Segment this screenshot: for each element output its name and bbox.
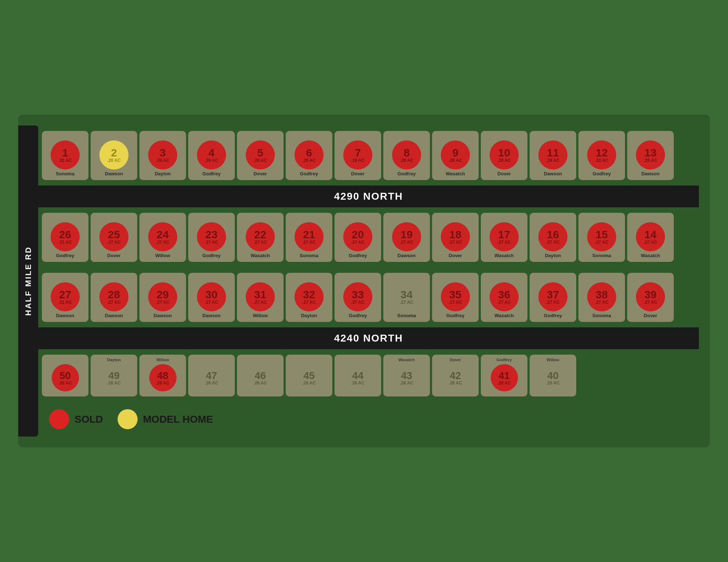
lot-47[interactable]: 47.26 AC <box>188 355 235 396</box>
lot-number-6: 6 <box>306 147 312 158</box>
lot-circle-2: 2.28 AC <box>99 140 128 170</box>
lot-40[interactable]: Willow40.26 AC <box>530 355 576 396</box>
lot-number-21: 21 <box>303 229 315 240</box>
lot-ac-24: .27 AC <box>156 240 170 244</box>
lot-34[interactable]: 34.27 ACSonoma <box>383 273 430 322</box>
lot-circle-25: 25.27 AC <box>99 222 128 251</box>
lot-45[interactable]: 45.26 AC <box>286 355 332 396</box>
lot-7[interactable]: 7.28 ACDover <box>335 131 381 180</box>
lot-12[interactable]: 12.28 ACGodfrey <box>578 131 625 180</box>
lot-42[interactable]: Dover42.26 AC <box>432 355 479 396</box>
lot-label-33: Godfrey <box>349 313 367 318</box>
lot-number-45: 45 <box>303 371 314 381</box>
lot-ac-31: .27 AC <box>254 300 267 304</box>
row-4: 50.26 ACDayton49.26 ACWillow48.26 AC47.2… <box>38 349 699 402</box>
lot-circle-36: 36.27 AC <box>490 282 519 311</box>
lot-3[interactable]: 3.28 ACDayton <box>139 131 186 180</box>
lot-label-23: Godfrey <box>202 253 221 258</box>
lot-33[interactable]: 33.27 ACGodfrey <box>335 273 381 322</box>
lot-number-4: 4 <box>209 147 215 158</box>
lot-28[interactable]: 28.27 ACDawson <box>91 273 137 322</box>
lot-1[interactable]: 1.31 ACSonoma <box>42 131 88 180</box>
lot-11[interactable]: 11.28 ACDawson <box>530 131 576 180</box>
lot-label-17: Wasatch <box>495 253 514 258</box>
sold-label: SOLD <box>75 414 103 425</box>
lot-48[interactable]: Willow48.26 AC <box>139 355 186 396</box>
lot-46[interactable]: 46.26 AC <box>237 355 284 396</box>
lot-ac-34: .27 AC <box>400 300 414 304</box>
lot-label-39: Dover <box>644 313 657 318</box>
lot-13[interactable]: 13.28 ACDawson <box>627 131 674 180</box>
lot-18[interactable]: 18.27 ACDover <box>432 213 479 262</box>
lot-number-23: 23 <box>205 229 217 240</box>
lot-35[interactable]: 35.27 ACGodfrey <box>432 273 479 322</box>
lot-5[interactable]: 5.28 ACDover <box>237 131 284 180</box>
lot-50[interactable]: 50.26 AC <box>42 355 88 396</box>
lot-number-19: 19 <box>400 229 412 240</box>
lot-label-29: Dawson <box>154 313 172 318</box>
lot-22[interactable]: 22.27 ACWasatch <box>237 213 284 262</box>
lot-10[interactable]: 10.28 ACDover <box>481 131 527 180</box>
lot-number-36: 36 <box>498 289 510 300</box>
lot-ac-11: .28 AC <box>546 158 560 163</box>
lot-14[interactable]: 14.27 ACWasatch <box>627 213 674 262</box>
lot-top-label-48: Willow <box>157 358 169 363</box>
lot-19[interactable]: 19.27 ACDawson <box>383 213 430 262</box>
model-label: MODEL HOME <box>143 414 213 425</box>
lot-49[interactable]: Dayton49.26 AC <box>91 355 137 396</box>
lot-number-14: 14 <box>644 229 656 240</box>
lot-17[interactable]: 17.27 ACWasatch <box>481 213 527 262</box>
lot-30[interactable]: 30.27 ACDawson <box>188 273 235 322</box>
lot-number-11: 11 <box>547 147 559 158</box>
lot-43[interactable]: Wasatch43.26 AC <box>383 355 430 396</box>
lot-label-22: Wasatch <box>251 253 270 258</box>
lot-ac-8: .28 AC <box>400 158 414 163</box>
lot-31[interactable]: 31.27 ACWillow <box>237 273 284 322</box>
half-mile-rd-label: HALF MILE RD <box>18 125 38 437</box>
lot-number-8: 8 <box>404 147 410 158</box>
lot-2[interactable]: 2.28 ACDawson <box>91 131 137 180</box>
lot-15[interactable]: 15.27 ACSonoma <box>578 213 625 262</box>
lot-ac-25: .27 AC <box>107 240 121 244</box>
lot-26[interactable]: 26.31 ACGodfrey <box>42 213 88 262</box>
lot-23[interactable]: 23.27 ACGodfrey <box>188 213 235 262</box>
lot-ac-39: .27 AC <box>644 300 657 304</box>
lot-8[interactable]: 8.28 ACGodfrey <box>383 131 430 180</box>
lot-44[interactable]: 44.26 AC <box>335 355 381 396</box>
lot-ac-21: .27 AC <box>302 240 316 244</box>
lot-9[interactable]: 9.28 ACWasatch <box>432 131 479 180</box>
lot-29[interactable]: 29.27 ACDawson <box>139 273 186 322</box>
lot-16[interactable]: 16.27 ACDayton <box>530 213 576 262</box>
lot-21[interactable]: 21.27 ACSonoma <box>286 213 332 262</box>
lot-41[interactable]: Godfrey41.26 AC <box>481 355 527 396</box>
legend-sold: SOLD <box>49 409 103 429</box>
lot-ac-50: .26 AC <box>59 381 72 385</box>
legend: SOLD MODEL HOME <box>38 402 699 437</box>
lot-label-35: Godfrey <box>446 313 464 318</box>
lot-number-12: 12 <box>596 147 608 158</box>
lot-20[interactable]: 20.27 ACGodfrey <box>335 213 381 262</box>
street-4290-north: 4290 NORTH <box>38 186 699 207</box>
lot-top-label-41: Godfrey <box>496 358 512 363</box>
lot-circle-8: 8.28 AC <box>392 140 421 170</box>
lot-36[interactable]: 36.27 ACWasatch <box>481 273 527 322</box>
lot-circle-4: 4.28 AC <box>197 140 226 170</box>
lot-25[interactable]: 25.27 ACDover <box>91 213 137 262</box>
lot-4[interactable]: 4.28 ACGodfrey <box>188 131 235 180</box>
lot-label-6: Godfrey <box>300 171 318 176</box>
lot-24[interactable]: 24.27 ACWillow <box>139 213 186 262</box>
lot-label-24: Willow <box>155 253 170 258</box>
lot-circle-37: 37.27 AC <box>538 282 567 311</box>
lot-ac-23: .27 AC <box>205 240 218 244</box>
lot-37[interactable]: 37.27 ACGodfrey <box>530 273 576 322</box>
lot-circle-24: 24.27 AC <box>148 222 177 251</box>
lot-number-16: 16 <box>547 229 559 240</box>
lot-32[interactable]: 32.27 ACDayton <box>286 273 332 322</box>
lot-circle-32: 32.27 AC <box>294 282 324 311</box>
lot-label-25: Dover <box>107 253 121 258</box>
lot-circle-45: 45.26 AC <box>296 364 323 391</box>
lot-27[interactable]: 27.31 ACDawson <box>42 273 88 322</box>
lot-39[interactable]: 39.27 ACDover <box>627 273 674 322</box>
lot-6[interactable]: 6.28 ACGodfrey <box>286 131 332 180</box>
lot-38[interactable]: 38.27 ACSonoma <box>578 273 625 322</box>
